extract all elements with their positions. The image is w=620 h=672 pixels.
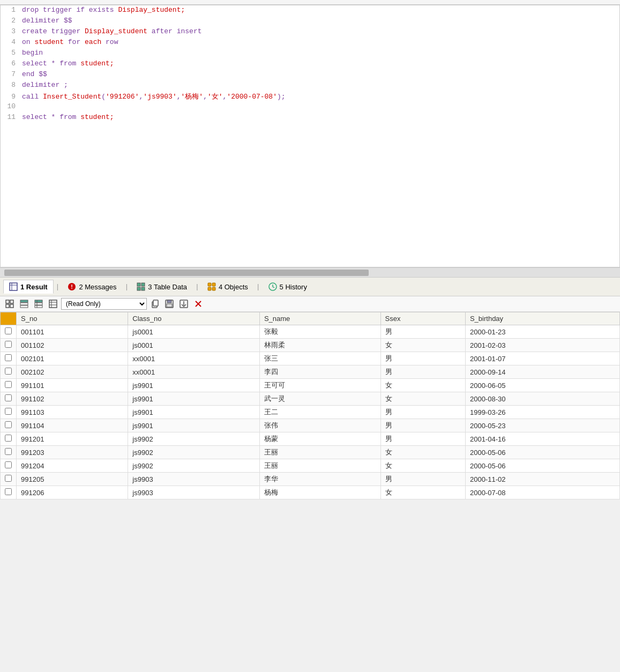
table-cell: js9902 (128, 432, 260, 446)
table-row: 002101xx0001张三男2001-01-07 (1, 352, 620, 365)
table-cell: 991101 (17, 379, 128, 392)
table-cell: 张三 (259, 352, 380, 365)
tab-label: 4 Objects (219, 283, 248, 291)
table-cell: 张伟 (259, 419, 380, 432)
svg-rect-32 (167, 300, 171, 303)
result-table: S_noClass_noS_nameSsexS_birthday001101js… (0, 312, 620, 499)
row-checkbox[interactable] (1, 352, 17, 365)
tabs-bar: 1 Result|!2 Messages|3 Table Data|4 Obje… (0, 277, 620, 296)
line-number: 8 (1, 81, 22, 89)
tab-label: 1 Result (20, 283, 48, 291)
tab-label: 2 Messages (79, 283, 116, 291)
table-row: 002102xx0001李四男2000-09-14 (1, 365, 620, 379)
line-number: 1 (1, 6, 22, 14)
save-icon-btn[interactable] (163, 298, 176, 310)
svg-rect-6 (141, 283, 145, 286)
table-cell: 2001-02-03 (465, 339, 619, 352)
line-number: 10 (1, 102, 22, 110)
svg-rect-33 (167, 304, 172, 307)
table-row: 991102js9901武一灵女2000-08-30 (1, 392, 620, 406)
table-cell: xx0001 (128, 365, 260, 379)
tab-tabledata[interactable]: 3 Table Data (131, 280, 193, 294)
tab-separator: | (256, 283, 260, 291)
row-checkbox[interactable] (1, 432, 17, 446)
table-cell: 男 (380, 325, 465, 339)
line-number: 4 (1, 38, 22, 46)
svg-rect-0 (10, 283, 17, 290)
table-cell: js9901 (128, 406, 260, 419)
table-cell: js9902 (128, 459, 260, 473)
table-cell: 2000-05-06 (465, 459, 619, 473)
column-header: Class_no (128, 312, 260, 325)
table-row: 991101js9901王可可女2000-06-05 (1, 379, 620, 392)
horizontal-scrollbar[interactable] (0, 267, 620, 277)
code-line: 7end $$ (1, 70, 619, 80)
code-line: 1drop trigger if exists Display_student; (1, 5, 619, 16)
tab-history[interactable]: 5 History (263, 280, 313, 294)
grid-icon-btn[interactable] (3, 298, 16, 310)
table-cell: 杨蒙 (259, 432, 380, 446)
table-cell: js0001 (128, 325, 260, 339)
table-cell: 991205 (17, 473, 128, 486)
scrollbar-thumb[interactable] (4, 270, 369, 276)
line-number: 3 (1, 27, 22, 35)
copy-icon-btn[interactable] (148, 298, 161, 310)
history-icon (268, 282, 277, 291)
grid4-icon-btn[interactable] (47, 298, 59, 310)
table-row: 991201js9902杨蒙男2001-04-16 (1, 432, 620, 446)
table-cell: 男 (380, 352, 465, 365)
code-line: 5begin (1, 48, 619, 59)
export-icon-btn[interactable] (177, 298, 190, 310)
table-cell: js9901 (128, 392, 260, 406)
table-icon (9, 282, 18, 291)
svg-rect-23 (35, 305, 42, 308)
row-checkbox[interactable] (1, 339, 17, 352)
code-editor[interactable]: 1drop trigger if exists Display_student;… (0, 5, 620, 267)
delete-icon-btn[interactable] (192, 298, 205, 310)
table-row: 001102js0001林雨柔女2001-02-03 (1, 339, 620, 352)
row-checkbox[interactable] (1, 379, 17, 392)
row-checkbox[interactable] (1, 473, 17, 486)
svg-rect-7 (137, 287, 140, 290)
table-cell: js9901 (128, 379, 260, 392)
error-icon: ! (68, 282, 76, 291)
row-checkbox[interactable] (1, 459, 17, 473)
row-checkbox[interactable] (1, 486, 17, 499)
column-header: S_birthday (465, 312, 619, 325)
line-content: end $$ (22, 70, 47, 78)
tab-result[interactable]: 1 Result (3, 280, 54, 294)
line-content: select * from student; (22, 59, 114, 68)
column-header: Ssex (380, 312, 465, 325)
row-checkbox[interactable] (1, 325, 17, 339)
header-checkbox-cell (1, 312, 17, 325)
row-checkbox[interactable] (1, 365, 17, 379)
table-cell: 1999-03-26 (465, 406, 619, 419)
row-checkbox[interactable] (1, 392, 17, 406)
table-cell: 991104 (17, 419, 128, 432)
table-cell: 男 (380, 473, 465, 486)
table-cell: 2000-06-05 (465, 379, 619, 392)
tab-objects[interactable]: 4 Objects (201, 280, 254, 294)
table-cell: 女 (380, 486, 465, 499)
grid3-icon-btn[interactable] (32, 298, 45, 310)
svg-rect-15 (10, 300, 13, 303)
tab-label: 5 History (280, 283, 307, 291)
readonly-dropdown[interactable]: (Read Only) (61, 298, 147, 310)
table-cell: 2000-01-23 (465, 325, 619, 339)
table-cell: 002101 (17, 352, 128, 365)
row-checkbox[interactable] (1, 419, 17, 432)
grid2-icon-btn[interactable] (18, 298, 31, 310)
svg-rect-18 (20, 300, 28, 302)
row-checkbox[interactable] (1, 406, 17, 419)
code-line: 4on student for each row (1, 38, 619, 48)
row-checkbox[interactable] (1, 446, 17, 459)
code-line: 10 (1, 102, 619, 113)
svg-rect-12 (212, 287, 215, 290)
table-cell: 2000-05-06 (465, 446, 619, 459)
tab-messages[interactable]: !2 Messages (62, 280, 122, 294)
line-number: 2 (1, 17, 22, 25)
table-cell: 991206 (17, 486, 128, 499)
table-row: 991103js9901王二男1999-03-26 (1, 406, 620, 419)
svg-rect-11 (208, 287, 211, 290)
result-toolbar: (Read Only) (0, 296, 620, 312)
